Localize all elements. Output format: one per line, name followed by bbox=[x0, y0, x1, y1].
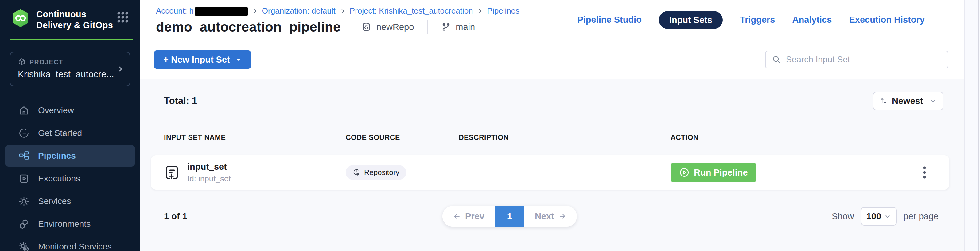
page-header: Account: h Organization: default Project… bbox=[140, 0, 964, 40]
caret-down-icon bbox=[235, 56, 242, 63]
row-menu-kebab-icon[interactable] bbox=[920, 163, 929, 182]
pager: Prev 1 Next bbox=[442, 206, 577, 227]
input-set-id: Id: input_set bbox=[187, 174, 231, 183]
cube-icon bbox=[18, 58, 26, 66]
sidebar-item-environments[interactable]: Environments bbox=[0, 213, 140, 235]
search-box bbox=[765, 51, 948, 68]
header-left: Account: h Organization: default Project… bbox=[156, 0, 519, 40]
tab-input-sets[interactable]: Input Sets bbox=[659, 11, 723, 29]
action-cell: Run Pipeline bbox=[671, 163, 949, 182]
monitored-services-icon bbox=[18, 241, 29, 251]
repository-badge: Repository bbox=[346, 165, 406, 180]
git-branch-icon bbox=[441, 22, 451, 32]
page-scrollbar[interactable] bbox=[964, 0, 980, 251]
sidebar-nav: Overview Get Started Pipelines Execution… bbox=[0, 99, 140, 251]
toolbar: + New Input Set bbox=[140, 40, 964, 79]
run-pipeline-button[interactable]: Run Pipeline bbox=[671, 163, 756, 182]
tab-triggers[interactable]: Triggers bbox=[740, 15, 775, 25]
column-code-source: CODE SOURCE bbox=[346, 133, 459, 142]
tab-pipeline-studio[interactable]: Pipeline Studio bbox=[577, 15, 641, 25]
page-1-button[interactable]: 1 bbox=[495, 206, 524, 227]
pipelines-icon bbox=[18, 150, 29, 161]
module-header: Continuous Delivery & GitOps bbox=[0, 0, 140, 31]
new-input-set-button[interactable]: + New Input Set bbox=[154, 50, 251, 69]
home-icon bbox=[18, 105, 29, 116]
pipeline-tabs: Pipeline Studio Input Sets Triggers Anal… bbox=[577, 0, 925, 40]
sort-value: Newest bbox=[892, 96, 923, 106]
chevron-right-icon bbox=[477, 8, 483, 14]
sidebar-item-services[interactable]: Services bbox=[0, 190, 140, 213]
breadcrumb-project-link[interactable]: Project: Krishika_test_autocreation bbox=[350, 6, 473, 16]
input-set-name: input_set bbox=[187, 162, 231, 172]
repo-chip: newRepo bbox=[361, 22, 414, 32]
redaction-box bbox=[195, 7, 248, 16]
tab-analytics[interactable]: Analytics bbox=[792, 15, 832, 25]
chevron-right-icon bbox=[340, 8, 345, 14]
executions-icon bbox=[18, 173, 29, 184]
arrow-left-icon bbox=[453, 212, 461, 220]
sidebar-item-get-started[interactable]: Get Started bbox=[0, 122, 140, 145]
sort-arrows-icon bbox=[880, 97, 888, 105]
sidebar-item-pipelines[interactable]: Pipelines bbox=[5, 145, 135, 167]
page-size-select[interactable]: 100 bbox=[861, 207, 897, 226]
branch-name: main bbox=[456, 22, 475, 32]
sidebar: Continuous Delivery & GitOps PROJECT Kri… bbox=[0, 0, 140, 251]
play-circle-icon bbox=[679, 167, 690, 178]
input-set-list: Total: 1 Newest INPUT SET NAME CODE SOUR… bbox=[140, 79, 964, 251]
search-input[interactable] bbox=[786, 55, 942, 64]
tab-execution-history[interactable]: Execution History bbox=[849, 15, 925, 25]
pagination-row: 1 of 1 Prev 1 Next Show 100 bbox=[151, 206, 949, 227]
branch-chip[interactable]: main bbox=[441, 22, 475, 32]
input-set-name-cell: input_set Id: input_set bbox=[151, 162, 346, 183]
chevron-right-icon bbox=[116, 65, 124, 73]
gear-icon bbox=[18, 196, 29, 207]
per-page-label: per page bbox=[904, 211, 939, 222]
code-source-cell: Repository bbox=[346, 165, 459, 180]
module-title: Continuous Delivery & GitOps bbox=[36, 9, 113, 31]
sidebar-item-monitored-services[interactable]: Monitored Services bbox=[0, 235, 140, 251]
chevron-down-icon bbox=[929, 97, 937, 105]
page-count: 1 of 1 bbox=[164, 211, 187, 222]
title-row: demo_autocreation_pipeline newRepo main bbox=[156, 19, 519, 35]
get-started-icon bbox=[18, 128, 29, 139]
breadcrumb-pipelines-link[interactable]: Pipelines bbox=[487, 6, 520, 16]
breadcrumb-account-link[interactable]: Account: h bbox=[156, 6, 248, 16]
chevron-down-icon bbox=[884, 213, 891, 220]
sidebar-item-overview[interactable]: Overview bbox=[0, 99, 140, 122]
main-area: Account: h Organization: default Project… bbox=[140, 0, 964, 251]
list-meta-row: Total: 1 Newest bbox=[151, 92, 949, 110]
remote-repo-icon bbox=[352, 168, 360, 176]
project-name: Krishika_test_autocre... bbox=[18, 69, 114, 79]
project-selector[interactable]: PROJECT Krishika_test_autocre... bbox=[10, 52, 130, 86]
sidebar-item-executions[interactable]: Executions bbox=[0, 167, 140, 190]
sort-dropdown[interactable]: Newest bbox=[873, 92, 943, 110]
input-set-icon bbox=[164, 164, 180, 180]
arrow-right-icon bbox=[558, 212, 566, 220]
search-icon bbox=[772, 55, 781, 64]
table-row[interactable]: input_set Id: input_set Repository Run P… bbox=[151, 155, 949, 190]
repository-icon bbox=[361, 22, 371, 32]
table-header-row: INPUT SET NAME CODE SOURCE DESCRIPTION A… bbox=[151, 133, 949, 142]
vertical-divider bbox=[427, 20, 428, 34]
repository-badge-label: Repository bbox=[364, 168, 399, 177]
breadcrumb: Account: h Organization: default Project… bbox=[156, 0, 519, 16]
repo-name: newRepo bbox=[376, 22, 414, 32]
module-accent-rule bbox=[10, 39, 133, 40]
next-page-button[interactable]: Next bbox=[524, 206, 577, 227]
show-label: Show bbox=[832, 211, 854, 222]
prev-page-button[interactable]: Prev bbox=[442, 206, 495, 227]
breadcrumb-org-link[interactable]: Organization: default bbox=[262, 6, 336, 16]
page-title: demo_autocreation_pipeline bbox=[156, 19, 341, 35]
column-description: DESCRIPTION bbox=[459, 133, 671, 142]
column-action: ACTION bbox=[671, 133, 949, 142]
chevron-right-icon bbox=[252, 8, 258, 14]
environments-icon bbox=[18, 218, 29, 230]
column-input-set-name: INPUT SET NAME bbox=[151, 133, 346, 142]
harness-cd-logo-icon bbox=[12, 9, 29, 28]
project-label: PROJECT bbox=[18, 58, 114, 66]
input-set-name-lines: input_set Id: input_set bbox=[187, 162, 231, 183]
app-root: Continuous Delivery & GitOps PROJECT Kri… bbox=[0, 0, 980, 251]
module-switcher-grid-icon[interactable] bbox=[117, 11, 129, 23]
total-count: Total: 1 bbox=[164, 95, 197, 106]
page-size-group: Show 100 per page bbox=[832, 207, 939, 226]
